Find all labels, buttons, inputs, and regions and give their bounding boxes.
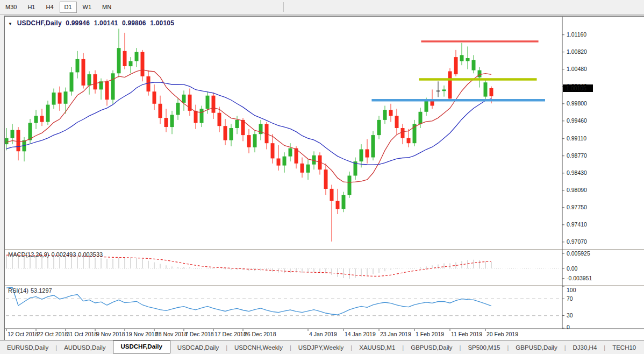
rsi-line [6,287,491,315]
quote-close: 1.00105 [150,19,174,27]
svg-text:1.00820: 1.00820 [567,48,587,55]
timeframe-button-h1[interactable]: H1 [23,2,40,13]
macd-indicator-label: MACD(12,26,9)0.0024930.003533 [8,251,105,258]
svg-text:11 Feb 2019: 11 Feb 2019 [451,331,482,337]
quote-high: 1.00141 [94,19,118,27]
svg-text:1 Feb 2019: 1 Feb 2019 [416,331,444,337]
svg-text:28 Nov 2018: 28 Nov 2018 [155,331,188,337]
price-axis: 1.011601.008201.004801.001400.998000.994… [562,31,593,245]
timeframe-toolbar: M30 H1 H4 D1 W1 MN [0,0,644,15]
timeframe-button-h4[interactable]: H4 [41,2,58,13]
svg-text:100: 100 [567,287,576,293]
svg-text:70: 70 [567,295,573,302]
macd-axis: 0.0059250.00-0.003951 [562,250,592,282]
svg-text:23 Jan 2019: 23 Jan 2019 [380,331,411,337]
tab-usdcad-daily[interactable]: USDCAD,Daily [170,342,226,353]
quote-low: 0.99806 [122,19,146,27]
tab-usdchf-daily[interactable]: USDCHF,Daily [113,341,170,353]
tab-gbpusd-daily-2[interactable]: GBPUSD,Daily [509,342,564,353]
macd-signal-line [6,255,491,277]
svg-text:0.99800: 0.99800 [567,100,587,107]
svg-text:1.00105: 1.00105 [566,85,586,91]
svg-text:12 Oct 2018: 12 Oct 2018 [8,331,38,337]
svg-text:20 Feb 2019: 20 Feb 2019 [486,331,518,337]
rsi-indicator-label: RSI(14)53.1297 [8,287,54,294]
rsi-value: 53.1297 [31,287,52,294]
svg-text:30: 30 [567,312,573,318]
chart-canvas[interactable]: 1.011601.008201.004801.001400.998000.994… [5,17,644,341]
svg-text:0.98090: 0.98090 [567,187,587,193]
chart-window[interactable]: ▼ USDCHF,Daily 0.99946 1.00141 0.99806 1… [4,16,644,340]
tab-eurusd-daily[interactable]: EURUSD,Daily [0,342,55,353]
last-price-tag: 1.00105 [563,84,593,92]
svg-text:1.00480: 1.00480 [567,66,587,72]
tab-xauusd-m1[interactable]: XAUUSD,M1 [352,342,402,353]
svg-text:1.01160: 1.01160 [567,31,586,38]
svg-text:0.97750: 0.97750 [567,204,587,210]
svg-text:0.99110: 0.99110 [567,135,586,141]
tab-usdjpy-weekly[interactable]: USDJPY,Weekly [291,342,351,353]
svg-text:0: 0 [567,324,570,330]
tab-tech100[interactable]: TECH10 [605,342,643,353]
svg-text:26 Dec 2018: 26 Dec 2018 [244,331,276,337]
svg-text:-0.003951: -0.003951 [567,275,592,281]
svg-text:14 Jan 2019: 14 Jan 2019 [345,331,376,337]
timeframe-button-m30[interactable]: M30 [1,2,22,13]
svg-text:0.005925: 0.005925 [567,250,590,257]
svg-text:0.98770: 0.98770 [567,152,587,159]
chart-tab-bar: EURUSD,Daily| AUDUSD,Daily USDCHF,Daily … [0,340,644,354]
macd-histogram [6,254,491,279]
date-axis: 12 Oct 201822 Oct 201831 Oct 20189 Nov 2… [6,329,518,337]
svg-text:17 Dec 2018: 17 Dec 2018 [214,331,247,337]
chart-symbol-label: USDCHF,Daily [17,19,62,27]
macd-main-value: 0.002493 [51,251,76,258]
candles-layer [5,29,493,242]
rsi-pane [6,287,562,315]
rsi-axis: 10070300 [562,286,576,330]
tab-usdcnh-weekly[interactable]: USDCNH,Weekly [227,342,290,353]
ma-fast-line [6,70,491,182]
svg-text:0.97410: 0.97410 [567,221,587,228]
macd-signal-value: 0.003533 [78,251,103,258]
tab-sp500-m15[interactable]: SP500,M15 [461,342,507,353]
svg-text:9 Nov 2018: 9 Nov 2018 [96,331,125,337]
timeframe-button-mn[interactable]: MN [97,2,116,13]
svg-text:19 Nov 2018: 19 Nov 2018 [126,331,158,337]
tab-gbpusd-daily[interactable]: GBPUSD,Daily [404,342,459,353]
svg-text:0.97070: 0.97070 [567,238,587,245]
chart-quote-header: ▼ USDCHF,Daily 0.99946 1.00141 0.99806 1… [8,19,176,27]
svg-text:0.99460: 0.99460 [567,117,587,124]
quote-open: 0.99946 [66,19,90,27]
toolbar-separator [283,2,284,12]
timeframe-button-w1[interactable]: W1 [78,2,97,13]
tab-dj30-h4[interactable]: DJ30,H4 [566,342,604,353]
timeframe-button-d1[interactable]: D1 [60,2,77,13]
svg-text:0.98430: 0.98430 [567,169,587,176]
svg-text:4 Jan 2019: 4 Jan 2019 [309,331,337,337]
chart-menu-dropdown-icon[interactable]: ▼ [8,22,12,26]
tab-audusd-daily[interactable]: AUDUSD,Daily [57,342,112,353]
svg-text:31 Oct 2018: 31 Oct 2018 [67,331,97,337]
svg-text:22 Oct 2018: 22 Oct 2018 [37,331,68,337]
svg-text:7 Dec 2018: 7 Dec 2018 [185,331,214,337]
macd-pane [6,254,562,279]
svg-text:0.00: 0.00 [567,265,578,272]
